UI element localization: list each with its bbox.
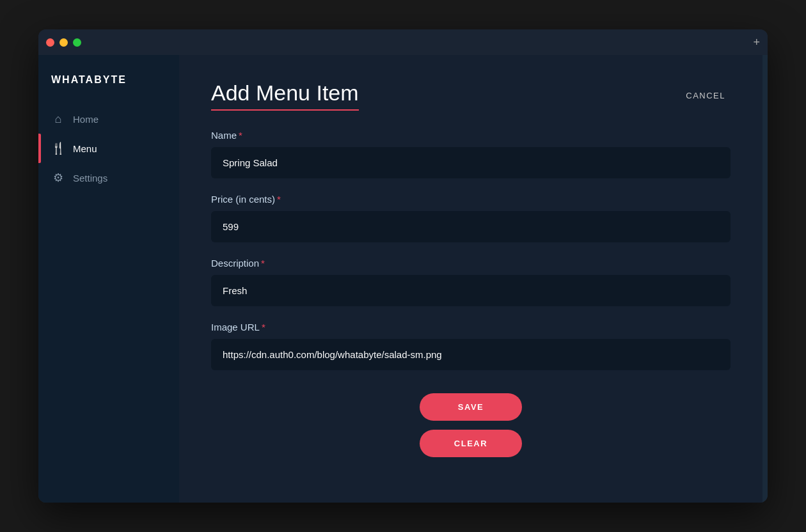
scrollbar[interactable] xyxy=(763,55,768,503)
image-url-input[interactable] xyxy=(211,339,731,370)
sidebar-item-label-menu: Menu xyxy=(73,143,97,154)
titlebar: + xyxy=(38,29,768,55)
page-title-wrap: Add Menu Item xyxy=(211,81,359,111)
image-url-required: * xyxy=(262,322,265,332)
page-header: Add Menu Item CANCEL xyxy=(211,81,731,111)
settings-icon: ⚙ xyxy=(51,171,65,185)
description-input[interactable] xyxy=(211,275,731,306)
cancel-button[interactable]: CANCEL xyxy=(681,86,731,106)
price-input[interactable] xyxy=(211,211,731,242)
name-section: Name* xyxy=(211,130,731,178)
page-title: Add Menu Item xyxy=(211,81,359,106)
app-window: + WHATABYTE ⌂ Home 🍴 Menu ⚙ Settings xyxy=(38,29,768,503)
name-required: * xyxy=(239,130,242,141)
image-url-label: Image URL* xyxy=(211,322,731,332)
app-body: WHATABYTE ⌂ Home 🍴 Menu ⚙ Settings xyxy=(38,55,768,503)
sidebar-item-label-home: Home xyxy=(73,114,99,125)
form-buttons: SAVE CLEAR xyxy=(211,393,731,457)
plus-button[interactable]: + xyxy=(753,36,760,49)
main-content: Add Menu Item CANCEL Name* Price (in cen… xyxy=(179,55,763,503)
minimize-button[interactable] xyxy=(59,38,68,47)
close-button[interactable] xyxy=(46,38,54,47)
sidebar: WHATABYTE ⌂ Home 🍴 Menu ⚙ Settings xyxy=(38,55,179,503)
price-section: Price (in cents)* xyxy=(211,194,731,242)
maximize-button[interactable] xyxy=(73,38,81,47)
sidebar-item-label-settings: Settings xyxy=(73,173,107,184)
description-label: Description* xyxy=(211,258,731,269)
add-menu-item-form: Name* Price (in cents)* Description* xyxy=(211,130,731,457)
menu-icon: 🍴 xyxy=(51,141,65,155)
description-section: Description* xyxy=(211,258,731,306)
sidebar-item-menu[interactable]: 🍴 Menu xyxy=(38,134,179,163)
image-url-section: Image URL* xyxy=(211,322,731,370)
sidebar-item-settings[interactable]: ⚙ Settings xyxy=(38,163,179,192)
price-label: Price (in cents)* xyxy=(211,194,731,205)
description-required: * xyxy=(261,258,265,269)
sidebar-nav: ⌂ Home 🍴 Menu ⚙ Settings xyxy=(38,105,179,192)
sidebar-logo: WHATABYTE xyxy=(38,68,179,105)
clear-button[interactable]: CLEAR xyxy=(420,430,522,457)
price-required: * xyxy=(277,194,281,205)
traffic-lights xyxy=(46,38,81,47)
name-label: Name* xyxy=(211,130,731,141)
logo-text: WHATABYTE xyxy=(51,74,127,85)
save-button[interactable]: SAVE xyxy=(420,393,522,421)
sidebar-item-home[interactable]: ⌂ Home xyxy=(38,105,179,134)
name-input[interactable] xyxy=(211,147,731,178)
home-icon: ⌂ xyxy=(51,113,65,126)
